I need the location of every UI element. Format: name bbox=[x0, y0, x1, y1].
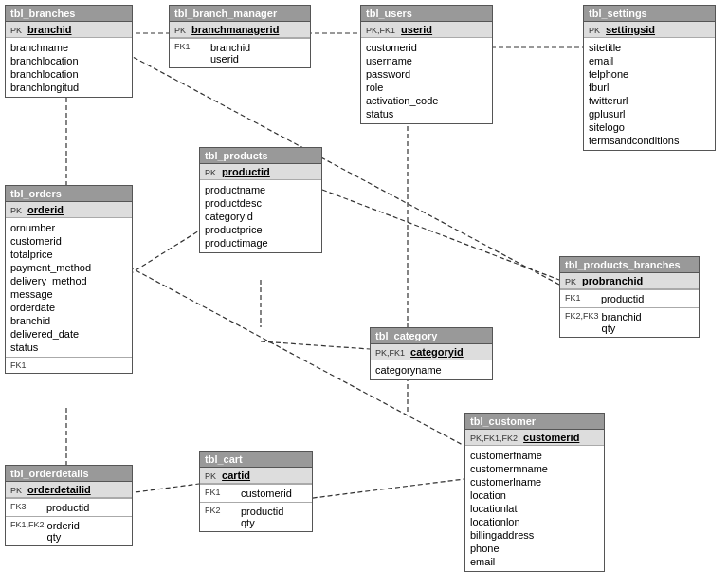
svg-line-4 bbox=[128, 228, 204, 275]
svg-line-7 bbox=[322, 190, 559, 280]
table-header-settings: tbl_settings bbox=[584, 6, 715, 22]
table-tbl-products-branches: tbl_products_branches PK probranchid FK1… bbox=[559, 256, 700, 338]
table-tbl-products: tbl_products PK productid productname pr… bbox=[199, 147, 322, 253]
table-header-products: tbl_products bbox=[200, 148, 321, 164]
table-header-orders: tbl_orders bbox=[6, 186, 132, 202]
svg-line-10 bbox=[128, 484, 199, 493]
table-tbl-customer: tbl_customer PK,FK1,FK2 customerid custo… bbox=[464, 413, 605, 572]
table-header-users: tbl_users bbox=[361, 6, 492, 22]
table-tbl-branch-manager: tbl_branch_manager PK branchmanagerid FK… bbox=[169, 5, 311, 68]
svg-line-6 bbox=[261, 341, 370, 349]
table-header-products-branches: tbl_products_branches bbox=[560, 257, 699, 273]
pk-row-orderdetails: PK orderdetailid bbox=[6, 482, 132, 498]
body-products: productname productdesc categoryid produ… bbox=[200, 180, 321, 252]
fk-row-orderdetails-2: FK1,FK2 orderid qty bbox=[6, 516, 132, 545]
pk-row-products: PK productid bbox=[200, 164, 321, 180]
table-tbl-orders: tbl_orders PK orderid ornumber customeri… bbox=[5, 185, 133, 374]
table-header-orderdetails: tbl_orderdetails bbox=[6, 466, 132, 482]
pk-row-orders: PK orderid bbox=[6, 202, 132, 218]
pk-row-customer: PK,FK1,FK2 customerid bbox=[465, 430, 604, 446]
table-header-customer: tbl_customer bbox=[465, 414, 604, 430]
pk-row-branch-manager: PK branchmanagerid bbox=[170, 22, 310, 38]
body-users: customerid username password role activa… bbox=[361, 38, 492, 123]
fk-row-products-branches-2: FK2,FK3 branchid qty bbox=[560, 307, 699, 337]
body-category: categoryname bbox=[371, 360, 492, 379]
pk-row-settings: PK settingsid bbox=[584, 22, 715, 38]
table-tbl-users: tbl_users PK,FK1 userid customerid usern… bbox=[360, 5, 493, 124]
table-header-cart: tbl_cart bbox=[200, 452, 312, 468]
table-tbl-cart: tbl_cart PK cartid FK1 customerid FK2 pr… bbox=[199, 451, 313, 532]
fk-row-cart-2: FK2 productid qty bbox=[200, 502, 312, 531]
pk-row-category: PK,FK1 categoryid bbox=[371, 344, 492, 360]
body-orders: ornumber customerid totalprice payment_m… bbox=[6, 218, 132, 357]
fk-row-branch-manager: FK1 branchid userid bbox=[170, 38, 310, 67]
pk-row-products-branches: PK probranchid bbox=[560, 273, 699, 289]
erd-diagram: tbl_branches PK branchid branchname bran… bbox=[0, 0, 728, 572]
table-header-branch-manager: tbl_branch_manager bbox=[170, 6, 310, 22]
table-header-branches: tbl_branches bbox=[6, 6, 132, 22]
svg-line-13 bbox=[133, 57, 559, 285]
body-settings: sitetitle email telphone fburl twitterur… bbox=[584, 38, 715, 150]
table-tbl-category: tbl_category PK,FK1 categoryid categoryn… bbox=[370, 327, 493, 380]
fk-row-orderdetails-1: FK3 productid bbox=[6, 498, 132, 516]
fk-row-products-branches-1: FK1 productid bbox=[560, 289, 699, 307]
pk-row-cart: PK cartid bbox=[200, 468, 312, 484]
pk-row-branches: PK branchid bbox=[6, 22, 132, 38]
table-header-category: tbl_category bbox=[371, 328, 492, 344]
body-branches: branchname branchlocation branchlocation… bbox=[6, 38, 132, 97]
table-tbl-branches: tbl_branches PK branchid branchname bran… bbox=[5, 5, 133, 98]
table-tbl-orderdetails: tbl_orderdetails PK orderdetailid FK3 pr… bbox=[5, 465, 133, 546]
table-tbl-settings: tbl_settings PK settingsid sitetitle ema… bbox=[583, 5, 716, 151]
fk-row-orders: FK1 bbox=[6, 357, 132, 373]
body-customer: customerfname customermname customerlnam… bbox=[465, 446, 604, 571]
fk-row-cart-1: FK1 customerid bbox=[200, 484, 312, 502]
pk-row-users: PK,FK1 userid bbox=[361, 22, 492, 38]
